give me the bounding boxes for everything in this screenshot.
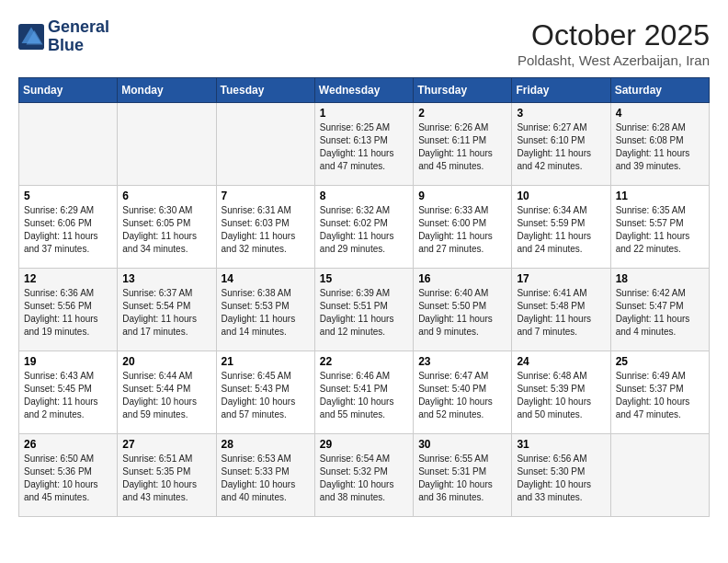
day-number: 12 bbox=[24, 272, 112, 285]
day-info: Sunrise: 6:34 AM Sunset: 5:59 PM Dayligh… bbox=[517, 204, 605, 256]
day-number: 23 bbox=[418, 355, 506, 368]
day-info: Sunrise: 6:42 AM Sunset: 5:47 PM Dayligh… bbox=[616, 287, 704, 339]
logo-icon bbox=[18, 24, 44, 50]
day-number: 19 bbox=[24, 355, 112, 368]
column-header-sunday: Sunday bbox=[19, 78, 118, 103]
day-number: 20 bbox=[122, 355, 210, 368]
day-info: Sunrise: 6:38 AM Sunset: 5:53 PM Dayligh… bbox=[222, 287, 310, 339]
day-cell: 24Sunrise: 6:48 AM Sunset: 5:39 PM Dayli… bbox=[512, 351, 610, 434]
day-cell: 9Sunrise: 6:33 AM Sunset: 6:00 PM Daylig… bbox=[414, 186, 512, 269]
day-cell: 3Sunrise: 6:27 AM Sunset: 6:10 PM Daylig… bbox=[512, 103, 610, 186]
day-number: 15 bbox=[320, 272, 408, 285]
day-cell: 23Sunrise: 6:47 AM Sunset: 5:40 PM Dayli… bbox=[414, 351, 512, 434]
day-cell: 21Sunrise: 6:45 AM Sunset: 5:43 PM Dayli… bbox=[216, 351, 314, 434]
day-cell: 17Sunrise: 6:41 AM Sunset: 5:48 PM Dayli… bbox=[512, 269, 610, 351]
day-info: Sunrise: 6:53 AM Sunset: 5:33 PM Dayligh… bbox=[222, 453, 310, 504]
day-info: Sunrise: 6:56 AM Sunset: 5:30 PM Dayligh… bbox=[517, 453, 605, 504]
day-number: 2 bbox=[418, 107, 506, 120]
calendar-table: SundayMondayTuesdayWednesdayThursdayFrid… bbox=[18, 77, 710, 517]
day-info: Sunrise: 6:40 AM Sunset: 5:50 PM Dayligh… bbox=[418, 287, 506, 339]
day-number: 22 bbox=[320, 355, 408, 368]
day-cell: 26Sunrise: 6:50 AM Sunset: 5:36 PM Dayli… bbox=[19, 434, 118, 517]
day-info: Sunrise: 6:48 AM Sunset: 5:39 PM Dayligh… bbox=[517, 370, 605, 421]
day-cell: 13Sunrise: 6:37 AM Sunset: 5:54 PM Dayli… bbox=[118, 269, 216, 351]
day-cell: 16Sunrise: 6:40 AM Sunset: 5:50 PM Dayli… bbox=[414, 269, 512, 351]
day-cell: 8Sunrise: 6:32 AM Sunset: 6:02 PM Daylig… bbox=[314, 186, 413, 269]
day-number: 14 bbox=[222, 272, 310, 285]
day-info: Sunrise: 6:31 AM Sunset: 6:03 PM Dayligh… bbox=[222, 204, 310, 256]
day-info: Sunrise: 6:36 AM Sunset: 5:56 PM Dayligh… bbox=[24, 287, 112, 339]
day-cell: 25Sunrise: 6:49 AM Sunset: 5:37 PM Dayli… bbox=[610, 351, 709, 434]
day-number: 3 bbox=[517, 107, 605, 120]
day-number: 31 bbox=[517, 438, 605, 451]
day-number: 16 bbox=[418, 272, 506, 285]
day-info: Sunrise: 6:25 AM Sunset: 6:13 PM Dayligh… bbox=[320, 121, 408, 173]
day-number: 9 bbox=[418, 190, 506, 202]
day-number: 29 bbox=[320, 438, 408, 451]
day-info: Sunrise: 6:51 AM Sunset: 5:35 PM Dayligh… bbox=[122, 453, 210, 504]
day-number: 21 bbox=[222, 355, 310, 368]
day-number: 18 bbox=[616, 272, 704, 285]
day-info: Sunrise: 6:26 AM Sunset: 6:11 PM Dayligh… bbox=[418, 121, 506, 173]
day-info: Sunrise: 6:45 AM Sunset: 5:43 PM Dayligh… bbox=[222, 370, 310, 421]
day-number: 25 bbox=[616, 355, 704, 368]
day-cell: 7Sunrise: 6:31 AM Sunset: 6:03 PM Daylig… bbox=[216, 186, 314, 269]
day-cell: 22Sunrise: 6:46 AM Sunset: 5:41 PM Dayli… bbox=[314, 351, 413, 434]
day-info: Sunrise: 6:44 AM Sunset: 5:44 PM Dayligh… bbox=[122, 370, 210, 421]
week-row-1: 1Sunrise: 6:25 AM Sunset: 6:13 PM Daylig… bbox=[19, 103, 710, 186]
day-cell: 28Sunrise: 6:53 AM Sunset: 5:33 PM Dayli… bbox=[216, 434, 314, 517]
day-number: 6 bbox=[122, 190, 210, 202]
day-cell: 29Sunrise: 6:54 AM Sunset: 5:32 PM Dayli… bbox=[314, 434, 413, 517]
day-info: Sunrise: 6:35 AM Sunset: 5:57 PM Dayligh… bbox=[616, 204, 704, 256]
day-number: 24 bbox=[517, 355, 605, 368]
day-info: Sunrise: 6:55 AM Sunset: 5:31 PM Dayligh… bbox=[418, 453, 506, 504]
day-number: 11 bbox=[616, 190, 704, 202]
day-info: Sunrise: 6:41 AM Sunset: 5:48 PM Dayligh… bbox=[517, 287, 605, 339]
day-cell: 31Sunrise: 6:56 AM Sunset: 5:30 PM Dayli… bbox=[512, 434, 610, 517]
day-info: Sunrise: 6:43 AM Sunset: 5:45 PM Dayligh… bbox=[24, 370, 112, 421]
day-cell: 5Sunrise: 6:29 AM Sunset: 6:06 PM Daylig… bbox=[19, 186, 118, 269]
day-cell: 30Sunrise: 6:55 AM Sunset: 5:31 PM Dayli… bbox=[414, 434, 512, 517]
day-cell: 20Sunrise: 6:44 AM Sunset: 5:44 PM Dayli… bbox=[118, 351, 216, 434]
day-info: Sunrise: 6:49 AM Sunset: 5:37 PM Dayligh… bbox=[616, 370, 704, 421]
day-info: Sunrise: 6:54 AM Sunset: 5:32 PM Dayligh… bbox=[320, 453, 408, 504]
day-cell: 27Sunrise: 6:51 AM Sunset: 5:35 PM Dayli… bbox=[118, 434, 216, 517]
column-header-friday: Friday bbox=[512, 78, 610, 103]
day-info: Sunrise: 6:50 AM Sunset: 5:36 PM Dayligh… bbox=[24, 453, 112, 504]
day-cell: 15Sunrise: 6:39 AM Sunset: 5:51 PM Dayli… bbox=[314, 269, 413, 351]
week-row-3: 12Sunrise: 6:36 AM Sunset: 5:56 PM Dayli… bbox=[19, 269, 710, 351]
column-header-saturday: Saturday bbox=[610, 78, 709, 103]
page-title: October 2025 bbox=[518, 18, 710, 52]
day-cell: 14Sunrise: 6:38 AM Sunset: 5:53 PM Dayli… bbox=[216, 269, 314, 351]
day-info: Sunrise: 6:32 AM Sunset: 6:02 PM Dayligh… bbox=[320, 204, 408, 256]
day-cell: 10Sunrise: 6:34 AM Sunset: 5:59 PM Dayli… bbox=[512, 186, 610, 269]
day-number: 28 bbox=[222, 438, 310, 451]
week-row-2: 5Sunrise: 6:29 AM Sunset: 6:06 PM Daylig… bbox=[19, 186, 710, 269]
day-number: 8 bbox=[320, 190, 408, 202]
day-cell bbox=[216, 103, 314, 186]
day-number: 1 bbox=[320, 107, 408, 120]
column-header-monday: Monday bbox=[118, 78, 216, 103]
column-header-thursday: Thursday bbox=[414, 78, 512, 103]
day-info: Sunrise: 6:27 AM Sunset: 6:10 PM Dayligh… bbox=[517, 121, 605, 173]
day-number: 17 bbox=[517, 272, 605, 285]
header-row: SundayMondayTuesdayWednesdayThursdayFrid… bbox=[19, 78, 710, 103]
logo: General Blue bbox=[18, 18, 109, 55]
title-block: October 2025 Poldasht, West Azerbaijan, … bbox=[518, 18, 710, 68]
day-number: 7 bbox=[222, 190, 310, 202]
day-number: 27 bbox=[122, 438, 210, 451]
day-cell: 19Sunrise: 6:43 AM Sunset: 5:45 PM Dayli… bbox=[19, 351, 118, 434]
day-number: 4 bbox=[616, 107, 704, 120]
day-number: 5 bbox=[24, 190, 112, 202]
day-info: Sunrise: 6:33 AM Sunset: 6:00 PM Dayligh… bbox=[418, 204, 506, 256]
day-info: Sunrise: 6:37 AM Sunset: 5:54 PM Dayligh… bbox=[122, 287, 210, 339]
day-number: 26 bbox=[24, 438, 112, 451]
column-header-wednesday: Wednesday bbox=[314, 78, 413, 103]
week-row-5: 26Sunrise: 6:50 AM Sunset: 5:36 PM Dayli… bbox=[19, 434, 710, 517]
day-cell: 4Sunrise: 6:28 AM Sunset: 6:08 PM Daylig… bbox=[610, 103, 709, 186]
day-info: Sunrise: 6:46 AM Sunset: 5:41 PM Dayligh… bbox=[320, 370, 408, 421]
week-row-4: 19Sunrise: 6:43 AM Sunset: 5:45 PM Dayli… bbox=[19, 351, 710, 434]
day-info: Sunrise: 6:39 AM Sunset: 5:51 PM Dayligh… bbox=[320, 287, 408, 339]
day-number: 30 bbox=[418, 438, 506, 451]
day-cell: 6Sunrise: 6:30 AM Sunset: 6:05 PM Daylig… bbox=[118, 186, 216, 269]
